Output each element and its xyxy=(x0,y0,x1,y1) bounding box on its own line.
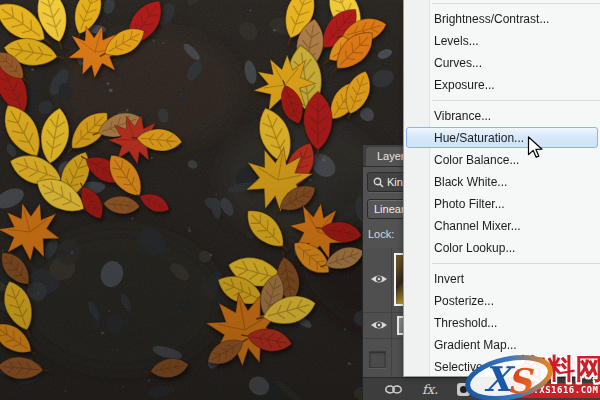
adjustment-icon[interactable] xyxy=(457,383,470,396)
visibility-eye-icon[interactable] xyxy=(370,273,388,285)
menu-item-threshold[interactable]: Threshold... xyxy=(404,312,600,334)
menu-item-brightness-contrast[interactable]: Brightness/Contrast... xyxy=(404,8,600,30)
visibility-eye-icon[interactable] xyxy=(370,319,388,331)
menu-item-hue-saturation[interactable]: Hue/Saturation... xyxy=(404,127,600,149)
menu-item-label: Color Lookup... xyxy=(434,241,515,255)
menu-item-black-white[interactable]: Black White... xyxy=(404,171,600,193)
menu-item-label: Levels... xyxy=(434,34,479,48)
menu-item-levels[interactable]: Levels... xyxy=(404,30,600,52)
menu-item-exposure[interactable]: Exposure... xyxy=(404,74,600,96)
menu-item-label: Posterize... xyxy=(434,294,494,308)
fx-icon[interactable]: fx xyxy=(422,382,438,397)
menu-item-label: Gradient Map... xyxy=(434,338,517,352)
menu-item-color-lookup[interactable]: Color Lookup... xyxy=(404,237,600,259)
menu-item-label: Exposure... xyxy=(434,78,495,92)
menu-item-label: Black White... xyxy=(434,175,507,189)
menu-item-label: Photo Filter... xyxy=(434,197,505,211)
link-icon[interactable] xyxy=(385,384,402,395)
search-icon xyxy=(373,177,384,188)
menu-item-photo-filter[interactable]: Photo Filter... xyxy=(404,193,600,215)
menu-item-channel-mixer[interactable]: Channel Mixer... xyxy=(404,215,600,237)
menu-item-label: Vibrance... xyxy=(434,109,491,123)
photoshop-screenshot: Layers Kind Linear Lock: xyxy=(0,0,600,400)
blend-mode-value: Linear xyxy=(374,203,405,215)
menu-item-vibrance[interactable]: Vibrance... xyxy=(404,105,600,127)
menu-separator xyxy=(432,3,600,4)
menu-item-label: Invert xyxy=(434,272,464,286)
menu-item-invert[interactable]: Invert xyxy=(404,268,600,290)
menu-item-label: Threshold... xyxy=(434,316,497,330)
adjustments-menu-items: Brightness/Contrast...Levels...Curves...… xyxy=(404,8,600,378)
menu-item-label: Channel Mixer... xyxy=(434,219,521,233)
menu-item-selective-color[interactable]: Selective Color... xyxy=(404,356,600,378)
menu-item-label: Brightness/Contrast... xyxy=(434,12,549,26)
menu-item-color-balance[interactable]: Color Balance... xyxy=(404,149,600,171)
menu-separator xyxy=(404,96,600,105)
menu-item-gradient-map[interactable]: Gradient Map... xyxy=(404,334,600,356)
menu-item-curves[interactable]: Curves... xyxy=(404,52,600,74)
menu-item-label: Selective Color... xyxy=(434,360,524,374)
visibility-empty-well[interactable] xyxy=(369,351,386,368)
panel-bottom-bar: fx xyxy=(363,377,600,400)
lock-label: Lock: xyxy=(368,228,394,240)
menu-item-label: Color Balance... xyxy=(434,153,519,167)
menu-item-label: Curves... xyxy=(434,56,482,70)
mouse-cursor-icon xyxy=(527,136,544,160)
menu-separator xyxy=(404,259,600,268)
adjustments-menu: Brightness/Contrast...Levels...Curves...… xyxy=(403,0,600,377)
menu-item-label: Hue/Saturation... xyxy=(434,131,524,145)
menu-item-posterize[interactable]: Posterize... xyxy=(404,290,600,312)
